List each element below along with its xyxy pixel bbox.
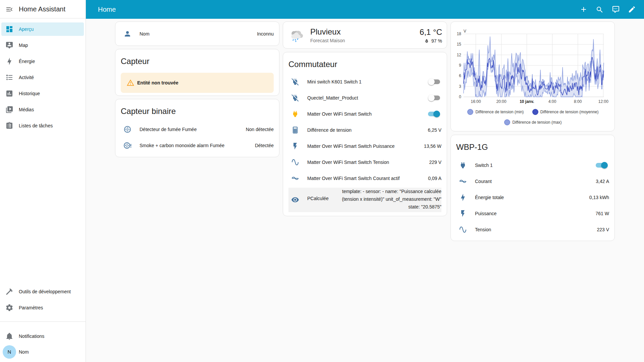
svg-text:4:00: 4:00 — [548, 99, 556, 104]
svg-text:10 janv.: 10 janv. — [520, 99, 534, 104]
svg-text:8:00: 8:00 — [574, 99, 582, 104]
svg-text:12: 12 — [457, 53, 462, 57]
svg-text:0: 0 — [459, 95, 461, 99]
svg-text:9: 9 — [459, 63, 461, 68]
svg-text:18: 18 — [457, 32, 462, 36]
svg-text:12:00: 12:00 — [598, 99, 608, 104]
svg-text:16:00: 16:00 — [471, 99, 481, 104]
svg-text:3: 3 — [459, 84, 461, 89]
svg-text:15: 15 — [457, 42, 462, 47]
svg-text:20:00: 20:00 — [496, 99, 506, 104]
svg-text:V: V — [464, 29, 466, 34]
svg-text:6: 6 — [459, 73, 461, 78]
